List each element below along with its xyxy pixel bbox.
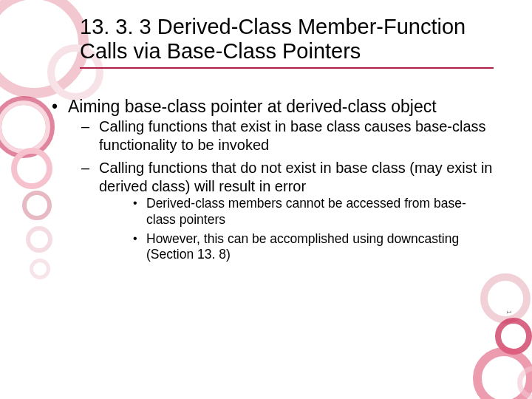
slide: 13. 3. 3 Derived-Class Member-Function C… xyxy=(0,0,532,399)
bullet-text: Calling functions that exist in base cla… xyxy=(99,118,486,153)
decor-ring xyxy=(30,259,50,279)
bullet-lvl3: Derived-class members cannot be accessed… xyxy=(99,196,495,228)
decor-ring xyxy=(480,273,531,324)
decor-ring xyxy=(26,226,52,253)
page-number: 1 xyxy=(505,310,513,314)
bullet-lvl3: However, this can be accomplished using … xyxy=(99,231,495,264)
bullet-lvl1: Aiming base-class pointer at derived-cla… xyxy=(52,96,495,263)
bullet-text: Derived-class members cannot be accessed… xyxy=(146,196,466,227)
slide-body: Aiming base-class pointer at derived-cla… xyxy=(52,96,495,270)
slide-title: 13. 3. 3 Derived-Class Member-Function C… xyxy=(80,15,494,69)
bullet-lvl2: Calling functions that exist in base cla… xyxy=(68,117,495,154)
decor-ring xyxy=(22,191,52,220)
bullet-text: However, this can be accomplished using … xyxy=(146,231,459,262)
bullet-text: Calling functions that do not exist in b… xyxy=(99,160,492,194)
decor-ring xyxy=(11,148,52,189)
bullet-text: Aiming base-class pointer at derived-cla… xyxy=(68,97,437,116)
bullet-lvl2: Calling functions that do not exist in b… xyxy=(68,159,495,264)
